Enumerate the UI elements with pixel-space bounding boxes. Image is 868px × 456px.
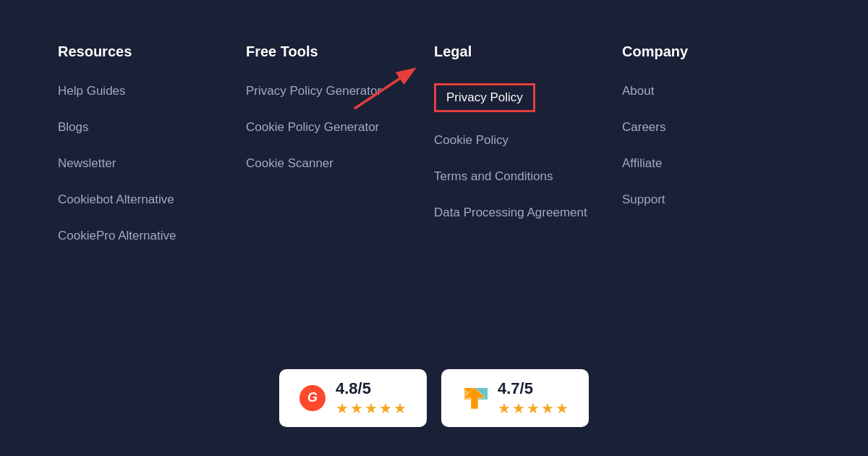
capterra-stars: ★ ★ ★ ★ ★ <box>498 400 569 417</box>
column-heading-resources: Resources <box>58 43 246 60</box>
link-support[interactable]: Support <box>622 192 810 208</box>
g2-stars: ★ ★ ★ ★ ★ <box>336 400 407 417</box>
star-5: ★ <box>556 400 569 417</box>
star-5: ★ <box>393 400 407 417</box>
ratings-section: G 4.8/5 ★ ★ ★ ★ ★ <box>279 369 589 427</box>
link-cookie-scanner[interactable]: Cookie Scanner <box>246 156 434 172</box>
privacy-policy-container: Privacy Policy <box>434 83 622 112</box>
svg-line-1 <box>354 70 412 109</box>
star-2: ★ <box>512 400 525 417</box>
g2-score: 4.8/5 <box>336 379 407 398</box>
column-resources: Resources Help Guides Blogs Newsletter C… <box>58 43 246 355</box>
link-cookie-policy-generator[interactable]: Cookie Policy Generator <box>246 119 434 135</box>
link-careers[interactable]: Careers <box>622 119 810 135</box>
rating-card-capterra: 4.7/5 ★ ★ ★ ★ ★ <box>441 369 589 427</box>
star-4: ★ <box>379 400 392 417</box>
star-1: ★ <box>336 400 349 417</box>
link-help-guides[interactable]: Help Guides <box>58 83 246 99</box>
column-heading-free-tools: Free Tools <box>246 43 434 60</box>
star-2: ★ <box>350 400 363 417</box>
g2-icon: G <box>299 385 326 411</box>
star-1: ★ <box>498 400 511 417</box>
link-privacy-policy-highlighted[interactable]: Privacy Policy <box>434 83 535 112</box>
link-cookie-policy[interactable]: Cookie Policy <box>434 132 622 148</box>
column-company: Company About Careers Affiliate Support <box>622 43 810 355</box>
capterra-rating-content: 4.7/5 ★ ★ ★ ★ ★ <box>498 379 569 417</box>
star-4: ★ <box>541 400 554 417</box>
footer-container: Resources Help Guides Blogs Newsletter C… <box>0 0 868 456</box>
link-data-processing-agreement[interactable]: Data Processing Agreement <box>434 205 622 221</box>
link-cookiepro-alternative[interactable]: CookiePro Alternative <box>58 228 246 244</box>
column-heading-company: Company <box>622 43 810 60</box>
link-newsletter[interactable]: Newsletter <box>58 156 246 172</box>
capterra-icon <box>461 385 488 411</box>
link-blogs[interactable]: Blogs <box>58 119 246 135</box>
link-terms-and-conditions[interactable]: Terms and Conditions <box>434 169 622 185</box>
annotation-arrow <box>347 62 427 112</box>
link-affiliate[interactable]: Affiliate <box>622 156 810 172</box>
column-heading-legal: Legal <box>434 43 622 60</box>
star-3: ★ <box>365 400 378 417</box>
star-3: ★ <box>527 400 540 417</box>
footer-columns: Resources Help Guides Blogs Newsletter C… <box>58 43 810 355</box>
link-cookiebot-alternative[interactable]: Cookiebot Alternative <box>58 192 246 208</box>
rating-card-g2: G 4.8/5 ★ ★ ★ ★ ★ <box>279 369 427 427</box>
column-legal: Legal Privacy Policy Cookie Policy Terms… <box>434 43 622 355</box>
capterra-score: 4.7/5 <box>498 379 569 398</box>
link-about[interactable]: About <box>622 83 810 99</box>
g2-rating-content: 4.8/5 ★ ★ ★ ★ ★ <box>336 379 407 417</box>
